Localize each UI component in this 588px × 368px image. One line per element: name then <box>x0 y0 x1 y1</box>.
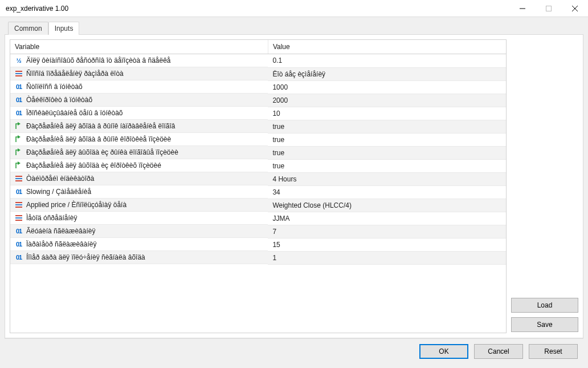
value-cell[interactable]: 10 <box>268 107 506 120</box>
variable-label: Òåéêïðîôèò â ïóíêòàõ <box>26 96 92 104</box>
table-row[interactable]: 01Ãëóáèíà ñãëàæèâàíèÿ7 <box>10 225 506 238</box>
svg-rect-10 <box>15 202 22 203</box>
minimize-button[interactable] <box>509 0 536 17</box>
value-cell[interactable]: Weighted Close (HLCC/4) <box>268 199 506 212</box>
cancel-button[interactable]: Cancel <box>474 344 523 359</box>
num-icon: 01 <box>15 96 23 104</box>
num-icon: 01 <box>15 109 23 117</box>
value-cell[interactable]: 15 <box>268 238 506 251</box>
reset-button[interactable]: Reset <box>529 344 578 359</box>
variable-cell[interactable]: 01Òåéêïðîôèò â ïóíêòàõ <box>10 94 268 107</box>
num-icon: 01 <box>15 227 23 235</box>
num-icon: 01 <box>15 83 23 91</box>
svg-rect-14 <box>15 217 22 219</box>
side-buttons: Load Save <box>511 39 578 333</box>
titlebar: exp_xderivative 1.00 <box>0 0 588 17</box>
table-row[interactable]: Ðàçðåøåíèå äëÿ âûõîäà èç ðûíêà ëîíãîâûå … <box>10 146 506 159</box>
value-cell[interactable]: 34 <box>268 185 506 199</box>
stack-icon <box>15 175 23 183</box>
variable-label: Slowing / Çàìåäëåíèå <box>26 188 91 196</box>
variable-label: Äîëÿ ôèíàíñîâûõ ðåñóðñîâ îò äåïîçèòà â ñ… <box>26 56 171 64</box>
variable-cell[interactable]: Applied price / Èñïîëüçóåìàÿ öåíà <box>10 199 268 212</box>
variable-label: Ðàçðåøåíèå äëÿ âûõîäà èç êîðîòêèõ ïîçèöè… <box>26 161 161 169</box>
variable-label: Applied price / Èñïîëüçóåìàÿ öåíà <box>26 201 126 209</box>
variable-label: Ïðîñêàëüçûâàíèå öåíû â ïóíêòàõ <box>26 109 122 117</box>
num-icon: 01 <box>15 240 23 248</box>
variable-label: Ðàçðåøåíèå äëÿ âõîäà â ðûíîê êîðîòêèå ïî… <box>26 135 171 143</box>
variable-label: Ìåòîä óñðåäíåíèÿ <box>26 214 77 222</box>
half-icon: ½ <box>15 56 23 64</box>
variable-cell[interactable]: 01Ñòîïëîññ â ïóíêòàõ <box>10 80 268 94</box>
variable-cell[interactable]: 01Ïàðàìåòð ñãëàæèâàíèÿ <box>10 238 268 251</box>
ok-button[interactable]: OK <box>419 344 468 359</box>
arrow-icon <box>15 161 23 169</box>
value-cell[interactable]: 2000 <box>268 94 506 107</box>
variable-cell[interactable]: Ìåòîä óñðåäíåíèÿ <box>10 212 268 225</box>
variable-label: Òàéìôðåéì èíäèêàòîðà <box>26 175 94 183</box>
close-button[interactable] <box>562 0 588 17</box>
num-icon: 01 <box>15 253 23 261</box>
arrow-icon <box>15 135 23 143</box>
stack-icon <box>15 201 23 209</box>
table-row[interactable]: Òàéìôðåéì èíäèêàòîðà4 Hours <box>10 172 506 185</box>
table-row[interactable]: 01Ñòîïëîññ â ïóíêòàõ1000 <box>10 80 506 94</box>
col-value[interactable]: Value <box>268 40 506 54</box>
table-row[interactable]: 01Òåéêïðîôèò â ïóíêòàõ2000 <box>10 94 506 107</box>
svg-rect-5 <box>15 73 22 74</box>
value-cell[interactable]: 7 <box>268 225 506 238</box>
tab-panel-inputs: Variable Value ½Äîëÿ ôèíàíñîâûõ ðåñóðñîâ… <box>5 34 583 338</box>
value-cell[interactable]: 1000 <box>268 80 506 94</box>
value-cell[interactable]: 1 <box>268 251 506 264</box>
variable-cell[interactable]: Òàéìôðåéì èíäèêàòîðà <box>10 172 268 185</box>
variable-cell[interactable]: 01Ãëóáèíà ñãëàæèâàíèÿ <box>10 225 268 238</box>
num-icon: 01 <box>15 188 23 196</box>
value-cell[interactable]: 0.1 <box>268 54 506 68</box>
value-cell[interactable]: true <box>268 159 506 172</box>
tab-inputs[interactable]: Inputs <box>48 22 80 35</box>
svg-rect-15 <box>15 220 22 221</box>
svg-rect-13 <box>15 215 22 216</box>
value-cell[interactable]: 4 Hours <box>268 172 506 185</box>
table-row[interactable]: 01Slowing / Çàìåäëåíèå34 <box>10 185 506 199</box>
window-title: exp_xderivative 1.00 <box>6 5 509 13</box>
variable-cell[interactable]: 01Íîìåð áàðà äëÿ ïîëó÷åíèÿ ñèãíàëà âõîäà <box>10 251 268 264</box>
value-cell[interactable]: JJMA <box>268 212 506 225</box>
variable-label: Ðàçðåøåíèå äëÿ âõîäà â ðûíîê íàïðàâëåíèå… <box>26 122 175 130</box>
variable-label: Íîìåð áàðà äëÿ ïîëó÷åíèÿ ñèãíàëà âõîäà <box>26 253 145 261</box>
table-row[interactable]: 01Íîìåð áàðà äëÿ ïîëó÷åíèÿ ñèãíàëà âõîäà… <box>10 251 506 264</box>
load-button[interactable]: Load <box>511 298 578 313</box>
value-cell[interactable]: true <box>268 133 506 146</box>
table-row[interactable]: Applied price / Èñïîëüçóåìàÿ öåíàWeighte… <box>10 199 506 212</box>
col-variable[interactable]: Variable <box>10 40 268 54</box>
maximize-button <box>536 0 562 17</box>
variable-cell[interactable]: Ðàçðåøåíèå äëÿ âûõîäà èç ðûíêà ëîíãîâûå … <box>10 146 268 159</box>
value-cell[interactable]: true <box>268 120 506 133</box>
variable-cell[interactable]: Ðàçðåøåíèå äëÿ âõîäà â ðûíîê êîðîòêèå ïî… <box>10 133 268 146</box>
table-row[interactable]: Ðàçðåøåíèå äëÿ âõîäà â ðûíîê êîðîòêèå ïî… <box>10 133 506 146</box>
table-row[interactable]: Ìåòîä óñðåäíåíèÿJJMA <box>10 212 506 225</box>
inputs-table[interactable]: Variable Value ½Äîëÿ ôèíàíñîâûõ ðåñóðñîâ… <box>10 40 506 265</box>
variable-cell[interactable]: Ðàçðåøåíèå äëÿ âûõîäà èç êîðîòêèõ ïîçèöè… <box>10 159 268 172</box>
variable-cell[interactable]: 01Ïðîñêàëüçûâàíèå öåíû â ïóíêòàõ <box>10 107 268 120</box>
svg-rect-9 <box>15 180 22 181</box>
table-row[interactable]: ½Äîëÿ ôèíàíñîâûõ ðåñóðñîâ îò äåïîçèòà â … <box>10 54 506 68</box>
svg-rect-1 <box>546 6 552 11</box>
value-cell[interactable]: true <box>268 146 506 159</box>
table-row[interactable]: Ðàçðåøåíèå äëÿ âõîäà â ðûíîê íàïðàâëåíèå… <box>10 120 506 133</box>
dialog-footer: OK Cancel Reset <box>5 338 583 363</box>
svg-rect-8 <box>15 178 22 179</box>
table-row[interactable]: Ðàçðåøåíèå äëÿ âûõîäà èç êîðîòêèõ ïîçèöè… <box>10 159 506 172</box>
value-cell[interactable]: Ëîò áåç èçìåíåíèÿ <box>268 67 506 80</box>
table-row[interactable]: Ñïîñîá îïðåäåëåíèÿ ðàçìåðà ëîòàËîò áåç è… <box>10 67 506 80</box>
content-area: Common Inputs Variable Value ½Äîëÿ ôèíàí… <box>0 17 588 368</box>
variable-cell[interactable]: Ðàçðåøåíèå äëÿ âõîäà â ðûíîê íàïðàâëåíèå… <box>10 120 268 133</box>
variable-cell[interactable]: ½Äîëÿ ôèíàíñîâûõ ðåñóðñîâ îò äåïîçèòà â … <box>10 54 268 67</box>
variable-cell[interactable]: 01Slowing / Çàìåäëåíèå <box>10 185 268 199</box>
variable-cell[interactable]: Ñïîñîá îïðåäåëåíèÿ ðàçìåðà ëîòà <box>10 67 268 80</box>
table-row[interactable]: 01Ïàðàìåòð ñãëàæèâàíèÿ15 <box>10 238 506 251</box>
svg-rect-7 <box>15 176 22 177</box>
tab-common[interactable]: Common <box>8 22 48 35</box>
stack-icon <box>15 70 23 78</box>
save-button[interactable]: Save <box>511 317 578 332</box>
table-row[interactable]: 01Ïðîñêàëüçûâàíèå öåíû â ïóíêòàõ10 <box>10 107 506 120</box>
